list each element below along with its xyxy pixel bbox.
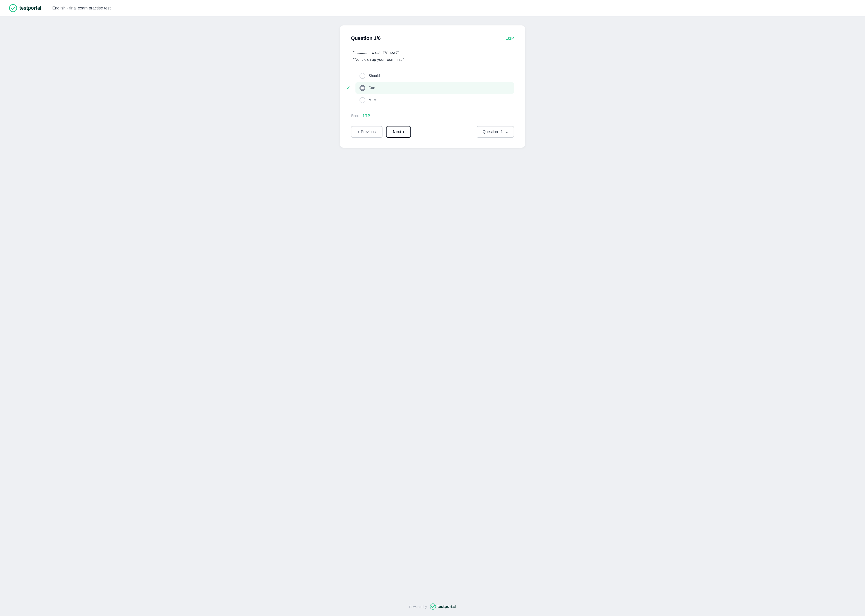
header-title: English - final exam practise test xyxy=(52,6,110,11)
option-can-label: Can xyxy=(369,86,375,90)
logo: testportal xyxy=(9,4,41,12)
question-select-value: 1 xyxy=(501,130,503,134)
logo-icon xyxy=(9,4,17,12)
main-content: Question 1/6 1/1P - “............. I wat… xyxy=(0,16,865,597)
header: testportal English - final exam practise… xyxy=(0,0,865,16)
question-title: Question 1/6 xyxy=(351,35,381,41)
radio-must[interactable] xyxy=(359,97,366,103)
previous-label: Previous xyxy=(361,130,376,134)
question-score-badge: 1/1P xyxy=(506,36,514,41)
footer-logo-icon xyxy=(430,603,436,610)
powered-by-text: Powered by xyxy=(409,605,427,608)
svg-point-1 xyxy=(430,603,436,609)
radio-can[interactable] xyxy=(359,85,366,91)
score-value: 1/1P xyxy=(363,114,370,118)
question-card: Question 1/6 1/1P - “............. I wat… xyxy=(340,25,525,148)
option-must[interactable]: Must xyxy=(356,94,514,106)
radio-can-inner xyxy=(361,86,364,90)
question-select-label: Question xyxy=(482,130,498,134)
chevron-down-icon: ⌄ xyxy=(506,130,508,134)
option-must-label: Must xyxy=(369,98,377,102)
radio-should[interactable] xyxy=(359,73,366,79)
next-chevron-icon: › xyxy=(403,130,404,134)
next-label: Next xyxy=(393,130,401,134)
question-select-button[interactable]: Question 1 ⌄ xyxy=(477,126,514,138)
previous-chevron-icon: ‹ xyxy=(358,130,359,134)
question-line-2: - “No, clean up your room first.” xyxy=(351,56,514,63)
svg-point-0 xyxy=(9,5,17,12)
footer: Powered by testportal xyxy=(0,597,865,616)
next-button[interactable]: Next › xyxy=(386,126,411,138)
question-header: Question 1/6 1/1P xyxy=(351,35,514,41)
footer-logo: testportal xyxy=(430,603,456,610)
navigation: ‹ Previous Next › Question 1 ⌄ xyxy=(351,126,514,138)
logo-text: testportal xyxy=(19,5,41,11)
score-section: Score 1/1P xyxy=(351,114,514,118)
previous-button[interactable]: ‹ Previous xyxy=(351,126,383,138)
footer-logo-text: testportal xyxy=(438,604,456,609)
option-should[interactable]: Should xyxy=(356,70,514,82)
option-should-label: Should xyxy=(369,74,380,78)
score-label: Score xyxy=(351,114,361,118)
question-line-1: - “............. I watch TV now?” xyxy=(351,49,514,56)
options-list: Should ✓ Can Must xyxy=(356,70,514,106)
option-can[interactable]: ✓ Can xyxy=(356,82,514,94)
correct-check-icon: ✓ xyxy=(347,85,350,91)
question-text: - “............. I watch TV now?” - “No,… xyxy=(351,49,514,63)
